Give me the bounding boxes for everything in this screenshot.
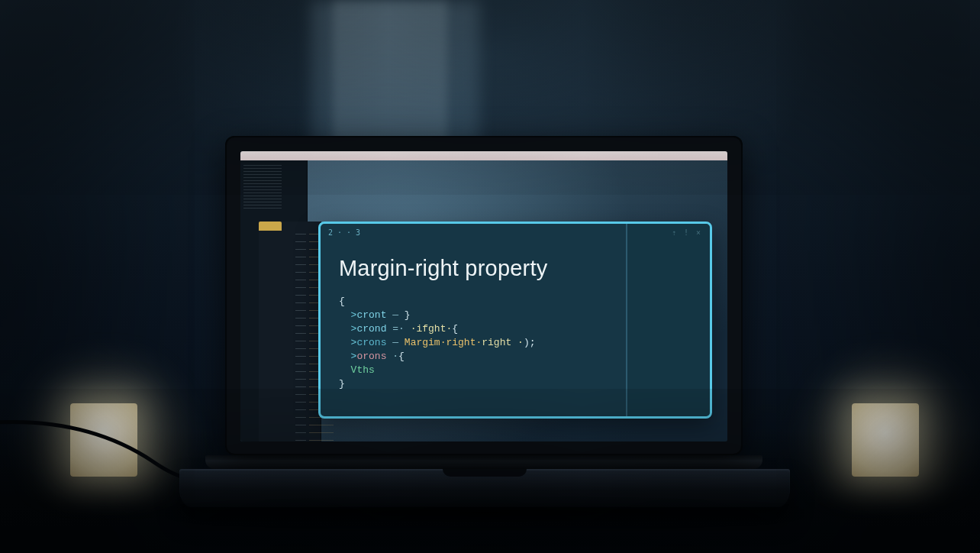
laptop-notch [443,469,527,477]
bg-gutter-panel [259,222,321,441]
scene: 2 · · 3 ⇡ ! × Margin-right property { >c… [0,0,980,553]
laptop-shadow [156,504,813,522]
laptop: 2 · · 3 ⇡ ! × Margin-right property { >c… [225,136,743,522]
popup-sidebar [626,224,710,416]
lamp-right [835,370,927,477]
window-titlebar [240,151,727,160]
popup-panel: 2 · · 3 ⇡ ! × Margin-right property { >c… [318,222,712,419]
laptop-hinge [205,455,762,469]
lamp-left [53,370,145,477]
os-desktop: 2 · · 3 ⇡ ! × Margin-right property { >c… [240,160,727,441]
popup-title: Margin-right property [339,256,608,281]
laptop-screen: 2 · · 3 ⇡ ! × Margin-right property { >c… [225,136,743,455]
laptop-base [179,469,790,507]
code-block: { >cront — } >crond =· ·ifght·{ >crons —… [339,295,608,391]
